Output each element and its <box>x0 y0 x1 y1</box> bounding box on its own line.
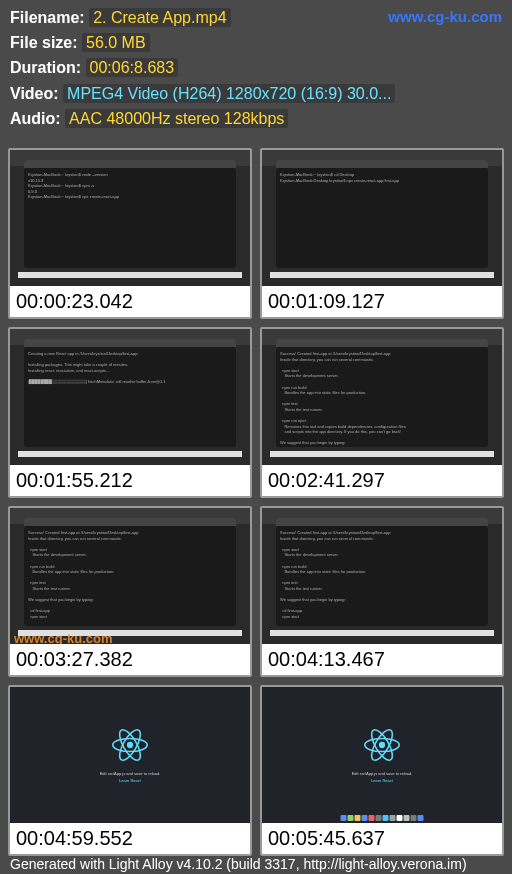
thumbnail-image: Krystian-MacBook:~ krystian$ cd Desktop … <box>262 150 502 286</box>
timestamp-label: 00:02:41.297 <box>262 465 502 496</box>
svg-point-0 <box>127 742 133 748</box>
dock-icon <box>369 815 375 821</box>
metadata-header: www.cg-ku.com Filename: 2. Create App.mp… <box>0 0 512 142</box>
macos-dock <box>341 815 424 821</box>
thumbnail-image: Edit src/App.js and save to reload.Learn… <box>262 687 502 823</box>
watermark-mid: www.cg-ku.com <box>14 631 112 644</box>
video-row: Video: MPEG4 Video (H264) 1280x720 (16:9… <box>10 82 502 105</box>
dock-icon <box>362 815 368 821</box>
thumbnail-6[interactable]: Success! Created first-app at /Users/kry… <box>260 506 504 677</box>
thumbnail-image: Success! Created first-app at /Users/kry… <box>262 508 502 644</box>
react-logo-icon <box>364 727 400 763</box>
video-value: MPEG4 Video (H264) 1280x720 (16:9) 30.0.… <box>63 84 395 103</box>
filename-label: Filename: <box>10 9 85 26</box>
timestamp-label: 00:03:27.382 <box>10 644 250 675</box>
timestamp-label: 00:04:13.467 <box>262 644 502 675</box>
dock-icon <box>418 815 424 821</box>
thumbnail-2[interactable]: Krystian-MacBook:~ krystian$ cd Desktop … <box>260 148 504 319</box>
svg-point-4 <box>379 742 385 748</box>
terminal-window: Success! Created first-app at /Users/kry… <box>276 526 488 626</box>
filesize-row: File size: 56.0 MB <box>10 31 502 54</box>
dock-icon <box>397 815 403 821</box>
dock-icon <box>390 815 396 821</box>
audio-row: Audio: AAC 48000Hz stereo 128kbps <box>10 107 502 130</box>
duration-value: 00:06:8.683 <box>86 58 179 77</box>
thumbnail-4[interactable]: Success! Created first-app at /Users/kry… <box>260 327 504 498</box>
dock-icon <box>348 815 354 821</box>
dock-icon <box>341 815 347 821</box>
terminal-window: Success! Created first-app at /Users/kry… <box>276 347 488 447</box>
thumbnail-grid: Krystian-MacBook:~ krystian$ node --vers… <box>0 142 512 860</box>
audio-value: AAC 48000Hz stereo 128kbps <box>65 109 288 128</box>
thumbnail-image: Success! Created first-app at /Users/kry… <box>10 508 250 644</box>
terminal-window: Krystian-MacBook:~ krystian$ node --vers… <box>24 168 236 268</box>
thumbnail-8[interactable]: Edit src/App.js and save to reload.Learn… <box>260 685 504 856</box>
dock-icon <box>376 815 382 821</box>
thumbnail-image: Edit src/App.js and save to reload.Learn… <box>10 687 250 823</box>
filename-value: 2. Create App.mp4 <box>89 8 230 27</box>
react-instruction-text: Edit src/App.js and save to reload. <box>352 771 413 776</box>
duration-row: Duration: 00:06:8.683 <box>10 56 502 79</box>
terminal-window: Success! Created first-app at /Users/kry… <box>24 526 236 626</box>
react-learn-link: Learn React <box>119 778 141 783</box>
filesize-label: File size: <box>10 34 78 51</box>
thumbnail-image: Krystian-MacBook:~ krystian$ node --vers… <box>10 150 250 286</box>
thumbnail-7[interactable]: Edit src/App.js and save to reload.Learn… <box>8 685 252 856</box>
dock-icon <box>411 815 417 821</box>
thumbnail-image: Creating a new React app in /Users/kryst… <box>10 329 250 465</box>
footer-text: Generated with Light Alloy v4.10.2 (buil… <box>10 856 467 872</box>
thumbnail-3[interactable]: Creating a new React app in /Users/kryst… <box>8 327 252 498</box>
timestamp-label: 00:00:23.042 <box>10 286 250 317</box>
thumbnail-5[interactable]: Success! Created first-app at /Users/kry… <box>8 506 252 677</box>
terminal-window: Krystian-MacBook:~ krystian$ cd Desktop … <box>276 168 488 268</box>
duration-label: Duration: <box>10 59 81 76</box>
timestamp-label: 00:01:55.212 <box>10 465 250 496</box>
dock-icon <box>383 815 389 821</box>
thumbnail-1[interactable]: Krystian-MacBook:~ krystian$ node --vers… <box>8 148 252 319</box>
react-learn-link: Learn React <box>371 778 393 783</box>
timestamp-label: 00:04:59.552 <box>10 823 250 854</box>
thumbnail-image: Success! Created first-app at /Users/kry… <box>262 329 502 465</box>
react-instruction-text: Edit src/App.js and save to reload. <box>100 771 161 776</box>
audio-label: Audio: <box>10 110 61 127</box>
dock-icon <box>355 815 361 821</box>
video-label: Video: <box>10 85 59 102</box>
dock-icon <box>404 815 410 821</box>
timestamp-label: 00:05:45.637 <box>262 823 502 854</box>
filesize-value: 56.0 MB <box>82 33 150 52</box>
timestamp-label: 00:01:09.127 <box>262 286 502 317</box>
watermark-top: www.cg-ku.com <box>388 6 502 28</box>
terminal-window: Creating a new React app in /Users/kryst… <box>24 347 236 447</box>
react-logo-icon <box>112 727 148 763</box>
